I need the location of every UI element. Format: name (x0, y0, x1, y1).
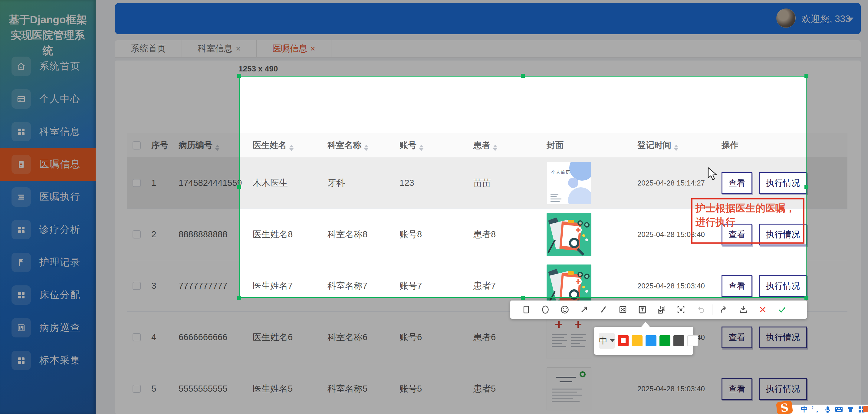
undo-icon[interactable] (691, 300, 710, 319)
color-swatch-red[interactable] (618, 335, 629, 346)
chevron-down-icon (610, 339, 615, 342)
ime-chinese-mode-icon[interactable]: 中 (801, 406, 808, 413)
selection-handle[interactable] (804, 185, 808, 189)
ime-extra-icon[interactable] (863, 406, 868, 412)
font-size-label: 中 (599, 335, 608, 347)
sogou-logo[interactable]: S (776, 401, 793, 414)
pen-tool-icon[interactable] (594, 300, 613, 319)
rectangle-tool-icon[interactable] (516, 300, 536, 319)
color-swatch-yellow[interactable] (632, 335, 643, 346)
selection-handle[interactable] (237, 185, 241, 189)
dim-overlay-right (807, 76, 868, 298)
confirm-capture-icon[interactable] (772, 300, 792, 319)
ime-punctuation-icon[interactable]: ’， (812, 406, 820, 413)
ocr-tool-icon[interactable] (671, 300, 691, 319)
color-swatch-dark[interactable] (673, 335, 684, 346)
font-size-dropdown[interactable]: 中 (599, 333, 615, 349)
popup-notch (641, 322, 650, 327)
selection-handle[interactable] (521, 74, 525, 78)
screen: 基于Django框架实现医院管理系统 系统首页 个人中心 科室信息 (0, 0, 868, 414)
color-swatch-green[interactable] (659, 335, 670, 346)
selection-handle[interactable] (804, 296, 808, 300)
ime-toolbar: 中 ’， (790, 405, 868, 414)
dim-overlay-top (0, 0, 868, 76)
selection-size-label: 1253 x 490 (239, 64, 278, 73)
share-icon[interactable] (714, 300, 734, 319)
emoji-tool-icon[interactable] (555, 300, 575, 319)
selection-handle[interactable] (237, 296, 241, 300)
microphone-icon[interactable] (825, 406, 831, 413)
capture-selection[interactable] (239, 76, 807, 298)
mouse-cursor (707, 167, 719, 181)
skin-icon[interactable] (847, 406, 854, 413)
mosaic-tool-icon[interactable] (613, 300, 632, 319)
cancel-capture-icon[interactable] (753, 300, 772, 319)
arrow-tool-icon[interactable] (575, 300, 594, 319)
selection-handle[interactable] (804, 74, 808, 78)
download-icon[interactable] (734, 300, 753, 319)
keyboard-icon[interactable] (835, 406, 843, 413)
text-tool-icon[interactable] (632, 300, 652, 319)
color-swatch-white[interactable] (687, 335, 698, 346)
color-swatch-blue[interactable] (646, 335, 656, 346)
translate-tool-icon[interactable] (652, 300, 671, 319)
selection-handle[interactable] (521, 296, 525, 300)
annotation-text-box[interactable]: 护士根据医生的医嘱，进行执行 (691, 198, 804, 244)
annotation-toolbar (510, 300, 807, 319)
dim-overlay-left (0, 76, 239, 298)
selection-handle[interactable] (237, 74, 241, 78)
text-style-popup: 中 (594, 327, 693, 355)
ellipse-tool-icon[interactable] (536, 300, 555, 319)
toolbar-separator (712, 305, 712, 315)
